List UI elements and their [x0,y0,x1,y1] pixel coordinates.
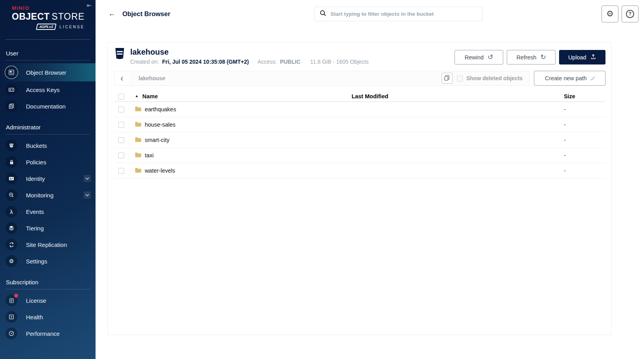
row-checkbox[interactable] [118,168,124,174]
current-path: lakehouse [129,75,442,81]
sidebar-item-license[interactable]: License [0,292,96,309]
object-name: taxi [145,152,154,158]
chevron-down-icon[interactable] [84,191,91,199]
chevron-left-icon[interactable]: ‹ [115,71,129,85]
row-checkbox[interactable] [118,153,124,158]
bucket-usage: 11.8 GiB - 1605 Objects [310,59,368,65]
bucket-info: lakehouse Created on: Fri, Jul 05 2024 1… [114,47,368,65]
sidebar-nav: User Object Browser Access Keys [0,40,96,342]
path-box: ‹ lakehouse Show deleted objects [114,71,530,86]
object-name: earthquakes [145,106,176,112]
chevron-down-icon[interactable] [84,175,91,182]
show-deleted-label: Show deleted objects [466,75,523,81]
bucket-actions: Rewind ↺ Refresh ↻ Upload [454,50,605,64]
minio-console: ⇤ MINIO OBJECTSTORE AGPLv3 LICENSE User [0,0,644,359]
divider [6,134,90,134]
create-new-path-button[interactable]: Create new path .∕∕ [534,71,605,86]
brand-name: MINIO [12,5,85,11]
table-row[interactable]: taxi - [114,148,605,163]
health-icon [6,311,17,323]
help-button[interactable]: ? [622,6,638,22]
folder-icon [135,152,142,159]
sidebar-item-label: Buckets [26,142,91,149]
sidebar-item-site-replication[interactable]: Site Replication [0,236,96,253]
object-size: - [563,137,606,143]
row-checkbox[interactable] [118,107,124,112]
column-header-size[interactable]: Size [563,93,606,99]
column-header-last-modified[interactable]: Last Modified [351,93,563,99]
table-row[interactable]: house-sales - [114,117,605,133]
upload-icon [590,53,596,61]
search-icon [320,10,326,18]
folder-icon [135,106,142,113]
sidebar-item-label: License [26,297,91,304]
sidebar-item-documentation[interactable]: Documentation [0,98,96,114]
row-checkbox[interactable] [118,122,124,128]
sidebar-item-settings[interactable]: ⚙ Settings [0,253,96,269]
object-size: - [563,152,606,158]
folder-icon [135,122,142,128]
agpl-badge: AGPLv3 [36,24,57,30]
sidebar-item-access-keys[interactable]: Access Keys [0,81,96,98]
collapse-sidebar-icon[interactable]: ⇤ [87,2,92,9]
column-header-name[interactable]: Name [142,93,158,99]
object-name: house-sales [145,122,175,128]
object-size: - [563,168,606,174]
sidebar-item-monitoring[interactable]: Monitoring [0,187,96,203]
sidebar-item-performance[interactable]: Performance [0,325,96,342]
search-input[interactable] [331,11,477,17]
top-actions: ⚙ ? [602,6,638,22]
access-value: PUBLIC [280,59,300,65]
page-title-text: Object Browser [122,10,170,18]
row-checkbox[interactable] [118,137,124,143]
folder-icon [135,137,142,144]
table-row[interactable]: water-levels - [114,163,605,179]
refresh-button[interactable]: Refresh ↻ [507,50,556,64]
sidebar-item-label: Identity [26,175,84,182]
sidebar-item-object-browser[interactable]: Object Browser [0,63,96,81]
created-label: Created on: [130,59,159,65]
sidebar-item-label: Access Keys [26,87,91,93]
table-row[interactable]: smart-city - [114,133,605,148]
product-name: OBJECTSTORE [12,11,85,22]
objects-table: ▲ Name Last Modified Size earthquakes - [114,91,605,179]
sidebar-item-policies[interactable]: Policies [0,154,96,170]
sidebar-item-label: Settings [26,258,91,265]
object-name: smart-city [145,137,169,143]
back-arrow-icon[interactable]: ← [108,9,116,18]
sidebar-item-label: Monitoring [26,192,84,199]
sidebar-item-buckets[interactable]: Buckets [0,137,96,154]
sidebar-item-health[interactable]: Health [0,309,96,325]
show-deleted-checkbox[interactable] [457,75,463,81]
refresh-icon: ↻ [540,53,546,61]
sidebar-item-identity[interactable]: Identity [0,170,96,187]
sidebar-item-label: Tiering [26,225,91,232]
bucket-header: lakehouse Created on: Fri, Jul 05 2024 1… [108,42,611,68]
rewind-button[interactable]: Rewind ↺ [454,50,503,64]
bucket-text: lakehouse Created on: Fri, Jul 05 2024 1… [130,47,368,65]
sort-asc-icon[interactable]: ▲ [135,94,138,98]
sidebar-item-events[interactable]: λ Events [0,203,96,220]
access-keys-icon [6,84,17,96]
performance-icon [6,328,17,339]
divider [6,60,90,61]
settings-button[interactable]: ⚙ [602,6,618,22]
table-row[interactable]: earthquakes - [114,102,605,117]
select-all-checkbox[interactable] [118,94,124,99]
copy-icon [444,75,449,82]
folder-icon [135,168,142,174]
search-box [314,7,482,21]
sidebar-item-label: Documentation [26,103,91,110]
topbar: ← Object Browser ⚙ ? [96,0,644,28]
object-size: - [563,106,606,112]
notification-dot [14,294,18,298]
license-row: AGPLv3 LICENSE [12,24,85,30]
copy-path-button[interactable] [442,73,453,84]
main-area: ← Object Browser ⚙ ? [96,0,644,359]
events-icon: λ [6,206,17,217]
upload-button[interactable]: Upload [559,50,605,64]
object-browser-icon [5,66,18,79]
gear-icon: ⚙ [606,9,614,18]
sidebar-item-tiering[interactable]: Tiering [0,220,96,236]
sidebar-item-label: Health [26,314,91,320]
